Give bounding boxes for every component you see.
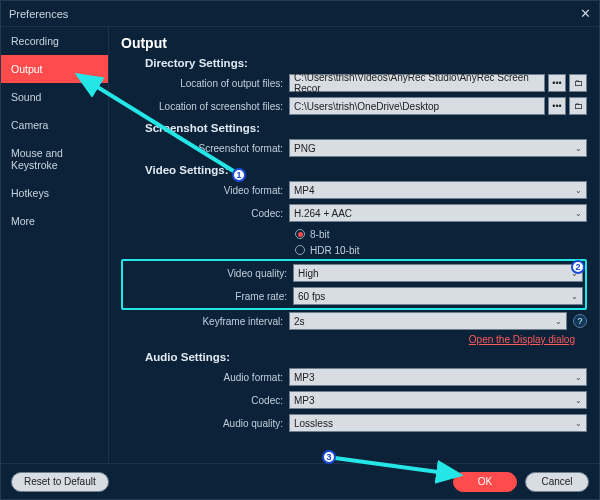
sidebar-item-camera[interactable]: Camera xyxy=(1,111,108,139)
video-format-select[interactable]: MP4⌄ xyxy=(289,181,587,199)
bitdepth-hdr-radio[interactable]: HDR 10-bit xyxy=(295,242,587,258)
output-location-field[interactable]: C:\Users\trish\Videos\AnyRec Studio\AnyR… xyxy=(289,74,545,92)
label-audio-format: Audio format: xyxy=(121,372,289,383)
folder-icon: 🗀 xyxy=(574,101,583,111)
titlebar: Preferences ✕ xyxy=(1,1,599,27)
video-codec-select[interactable]: H.264 + AAC⌄ xyxy=(289,204,587,222)
open-output-folder-button[interactable]: 🗀 xyxy=(569,74,587,92)
dots-icon: ••• xyxy=(552,101,561,111)
chevron-down-icon: ⌄ xyxy=(575,186,582,195)
sidebar-item-output[interactable]: Output xyxy=(1,55,108,83)
close-icon[interactable]: ✕ xyxy=(580,6,591,21)
keyframe-select[interactable]: 2s⌄ xyxy=(289,312,567,330)
video-quality-select[interactable]: High⌄ xyxy=(293,264,583,282)
sidebar-item-recording[interactable]: Recording xyxy=(1,27,108,55)
bitdepth-8bit-radio[interactable]: 8-bit xyxy=(295,226,587,242)
screenshot-format-select[interactable]: PNG⌄ xyxy=(289,139,587,157)
help-icon[interactable]: ? xyxy=(573,314,587,328)
browse-output-button[interactable]: ••• xyxy=(548,74,566,92)
chevron-down-icon: ⌄ xyxy=(575,373,582,382)
chevron-down-icon: ⌄ xyxy=(575,144,582,153)
radio-checked-icon xyxy=(295,229,305,239)
section-directory: Directory Settings: xyxy=(145,57,587,69)
chevron-down-icon: ⌄ xyxy=(571,269,578,278)
audio-format-select[interactable]: MP3⌄ xyxy=(289,368,587,386)
ok-button[interactable]: OK xyxy=(453,472,517,492)
section-video: Video Settings: xyxy=(145,164,587,176)
chevron-down-icon: ⌄ xyxy=(575,396,582,405)
frame-rate-select[interactable]: 60 fps⌄ xyxy=(293,287,583,305)
sidebar-item-mouse[interactable]: Mouse and Keystroke xyxy=(1,139,108,179)
reset-button[interactable]: Reset to Default xyxy=(11,472,109,492)
open-display-dialog-link[interactable]: Open the Display dialog xyxy=(121,334,575,345)
label-video-format: Video format: xyxy=(121,185,289,196)
label-screenshot-location: Location of screenshot files: xyxy=(121,101,289,112)
sidebar-item-more[interactable]: More xyxy=(1,207,108,235)
sidebar: Recording Output Sound Camera Mouse and … xyxy=(1,27,109,463)
folder-icon: 🗀 xyxy=(574,78,583,88)
radio-unchecked-icon xyxy=(295,245,305,255)
label-keyframe: Keyframe interval: xyxy=(121,316,289,327)
label-video-quality: Video quality: xyxy=(125,268,293,279)
label-video-codec: Codec: xyxy=(121,208,289,219)
dots-icon: ••• xyxy=(552,78,561,88)
footer: Reset to Default OK Cancel xyxy=(1,463,599,499)
chevron-down-icon: ⌄ xyxy=(555,317,562,326)
sidebar-item-hotkeys[interactable]: Hotkeys xyxy=(1,179,108,207)
highlight-quality-framerate: Video quality: High⌄ Frame rate: 60 fps⌄ xyxy=(121,259,587,310)
section-screenshot: Screenshot Settings: xyxy=(145,122,587,134)
window-title: Preferences xyxy=(9,8,68,20)
open-screenshot-folder-button[interactable]: 🗀 xyxy=(569,97,587,115)
sidebar-item-sound[interactable]: Sound xyxy=(1,83,108,111)
chevron-down-icon: ⌄ xyxy=(575,209,582,218)
audio-quality-select[interactable]: Lossless⌄ xyxy=(289,414,587,432)
cancel-button[interactable]: Cancel xyxy=(525,472,589,492)
section-audio: Audio Settings: xyxy=(145,351,587,363)
chevron-down-icon: ⌄ xyxy=(575,419,582,428)
screenshot-location-field[interactable]: C:\Users\trish\OneDrive\Desktop xyxy=(289,97,545,115)
main-panel: Output Directory Settings: Location of o… xyxy=(109,27,599,463)
browse-screenshot-button[interactable]: ••• xyxy=(548,97,566,115)
label-audio-quality: Audio quality: xyxy=(121,418,289,429)
label-output-location: Location of output files: xyxy=(121,78,289,89)
label-audio-codec: Codec: xyxy=(121,395,289,406)
chevron-down-icon: ⌄ xyxy=(571,292,578,301)
label-frame-rate: Frame rate: xyxy=(125,291,293,302)
audio-codec-select[interactable]: MP3⌄ xyxy=(289,391,587,409)
page-title: Output xyxy=(121,35,587,51)
label-screenshot-format: Screenshot format: xyxy=(121,143,289,154)
